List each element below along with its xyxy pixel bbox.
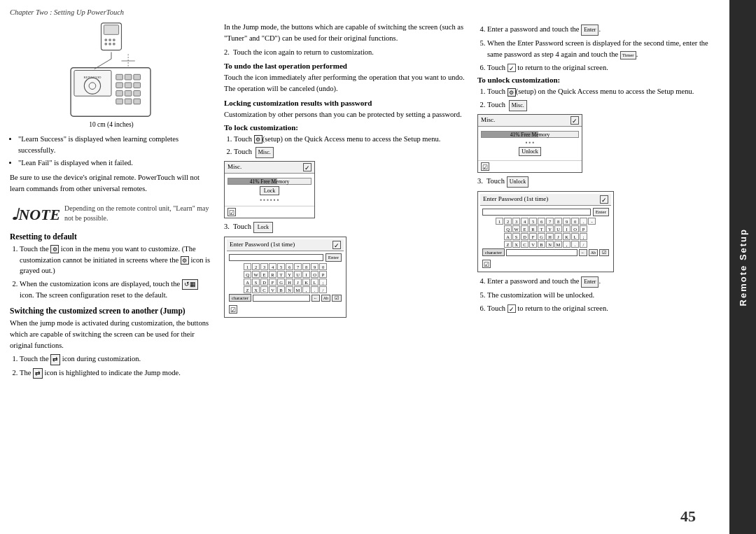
character-btn-2[interactable]: character <box>482 248 505 256</box>
memory-text: 41% Free Memory <box>227 178 312 185</box>
kb-input-row: Enter <box>229 253 342 262</box>
right-step-6: Touch ✓ to return to the original screen… <box>487 62 720 73</box>
right-step-4: Enter a password and touch the Enter. <box>487 24 720 36</box>
kb-row-2: QWERTYUIOP <box>229 271 342 278</box>
enter-btn-2[interactable]: Enter <box>593 208 609 216</box>
check-icon-final: ✓ <box>507 304 516 313</box>
svg-point-5 <box>104 43 107 45</box>
bottom-check-icon: ☑ <box>227 208 236 216</box>
kb-row-4: ZXCVBNM,./ <box>229 286 342 293</box>
svg-rect-17 <box>134 74 141 80</box>
misc-title-right: Misc. <box>481 116 495 125</box>
jump-icon: ⇄ <box>50 354 60 365</box>
memory-bar-right: 41% Free Memory <box>481 131 579 138</box>
pw-check: ✓ <box>332 241 341 249</box>
reset-step-1: Touch the ⚙ icon in the menu you want to… <box>20 244 213 276</box>
pw-bottom: ☑ <box>227 304 344 315</box>
jump-mode-text: In the Jump mode, the buttons which are … <box>224 22 466 44</box>
svg-rect-11 <box>74 71 111 97</box>
resetting-steps: Touch the ⚙ icon in the menu you want to… <box>10 244 213 301</box>
misc-screen-bottom-right: ☑ <box>478 160 582 172</box>
pw2-title: Enter Password (1st time) <box>483 195 548 204</box>
final-step-6: Touch ✓ to return to the original screen… <box>487 303 720 314</box>
kb2-input-box[interactable] <box>482 209 591 216</box>
step2-text: 2. Touch the icon again to return to cus… <box>224 47 466 58</box>
misc-screen-right: Misc. ✓ 41% Free Memory ▪ ▪ ▪ Unlock <box>477 114 582 173</box>
pw-title: Enter Password (1st time) <box>230 241 295 249</box>
del-btn[interactable]: ← <box>312 295 320 302</box>
final-steps: Enter a password and touch the Enter. Th… <box>477 276 720 314</box>
main-content: Chapter Two : Setting Up PowerTouch <box>0 0 729 534</box>
undo-text: Touch the icon immediately after perform… <box>224 72 466 94</box>
kb-check-btn[interactable]: ☑ <box>332 295 342 302</box>
kb-input-box[interactable] <box>229 254 323 261</box>
unlock-btn-inline[interactable]: Unlock <box>507 176 529 188</box>
kb2-row-1: 1234567890.- <box>482 218 609 225</box>
pw-body: Enter 1234567890 QWERTYUIOP ASDFGHJKL; Z <box>227 251 344 304</box>
pw2-bottom: ☑ <box>480 258 611 269</box>
svg-rect-21 <box>116 90 123 96</box>
lock-btn-center: Lock <box>227 186 312 195</box>
locking-heading: Locking customization results with passw… <box>224 99 466 107</box>
middle-column: In the Jump mode, the buttons which are … <box>224 22 466 525</box>
switching-body: When the jump mode is activated during c… <box>10 318 213 351</box>
notes-box: ♩NOTES Depending on the remote control u… <box>10 200 213 227</box>
timer-btn[interactable]: Timer <box>620 51 636 60</box>
pw2-bottom-check: ☑ <box>482 260 491 268</box>
settings-icon-2: ⚙ <box>181 256 189 265</box>
screen-bottom: ☑ <box>225 206 314 218</box>
lock-button[interactable]: Lock <box>260 186 279 195</box>
undo-heading: To undo the last operation performed <box>224 62 466 70</box>
character-btn[interactable]: character <box>229 294 251 302</box>
step3-unlock: 3. Touch Unlock <box>477 176 720 188</box>
enter-btn-final[interactable]: Enter <box>581 276 598 288</box>
reset-step-2: When the customization icons are display… <box>20 279 213 301</box>
misc-title: Misc. <box>227 163 241 171</box>
unlock-btn[interactable]: Unlock <box>519 147 541 156</box>
bullet-list: "Learn Success" is displayed when learni… <box>10 134 213 168</box>
step3-lock: 3. Touch Lock <box>224 221 466 233</box>
svg-rect-19 <box>125 83 132 88</box>
kb2-check-btn[interactable]: ☑ <box>599 249 609 256</box>
warning-text: Be sure to use the device's original rem… <box>10 172 213 195</box>
jump-icon-2: ⇄ <box>33 368 43 379</box>
svg-rect-1 <box>104 25 118 35</box>
right-steps-4-5-6: Enter a password and touch the Enter. Wh… <box>477 24 720 73</box>
abc-btn-2[interactable]: Ab <box>589 249 598 256</box>
enter-btn[interactable]: Enter <box>326 253 342 262</box>
memory-bar: 41% Free Memory <box>227 178 312 185</box>
notes-icon: ♩NOTES <box>10 200 60 227</box>
svg-rect-24 <box>116 99 123 104</box>
svg-rect-20 <box>134 83 141 88</box>
locking-intro: Customization by other persons than you … <box>224 109 466 120</box>
resetting-heading: Resetting to default <box>10 232 213 241</box>
pw-bottom-check: ☑ <box>229 305 237 314</box>
kb-row-1: 1234567890 <box>229 263 342 270</box>
misc-btn-right[interactable]: Misc. <box>509 100 527 111</box>
switch-step-1: Touch the ⇄ icon during customization. <box>20 353 213 365</box>
left-column: KENWOOD <box>10 22 213 525</box>
kb2-input-row: Enter <box>482 208 609 216</box>
lock-btn-inline[interactable]: Lock <box>253 222 273 233</box>
pw-screen-header: Enter Password (1st time) ✓ <box>227 239 344 251</box>
unlock-steps: Touch ⚙(setup) on the Quick Access menu … <box>477 86 720 111</box>
misc-screen: Misc. ✓ 41% Free Memory Lock <box>224 161 315 218</box>
kb2-row-2: QWERTYUIOP <box>482 225 609 232</box>
password-screen-2: Enter Password (1st time) ✓ Enter 123456… <box>477 191 614 272</box>
switch-step-2: The ⇄ icon is highlighted to indicate th… <box>20 367 213 379</box>
abc-btn[interactable]: Ab <box>321 295 330 302</box>
reset-icon: ↺▦ <box>182 279 198 290</box>
misc-body-right: 41% Free Memory ▪ ▪ ▪ Unlock <box>478 127 582 160</box>
switching-steps: Touch the ⇄ icon during customization. T… <box>10 353 213 379</box>
space-key-2[interactable] <box>506 249 578 256</box>
svg-point-6 <box>108 43 111 45</box>
check-icon-inline: ✓ <box>507 64 516 72</box>
right-column: Enter a password and touch the Enter. Wh… <box>477 22 720 525</box>
misc-btn[interactable]: Misc. <box>255 147 274 158</box>
enter-btn-inline[interactable]: Enter <box>581 24 598 36</box>
svg-point-4 <box>113 38 115 41</box>
space-key[interactable] <box>253 295 310 302</box>
del-btn-2[interactable]: ← <box>579 249 587 256</box>
unlock-step-2: Touch Misc. <box>487 99 720 111</box>
svg-rect-22 <box>125 90 132 96</box>
